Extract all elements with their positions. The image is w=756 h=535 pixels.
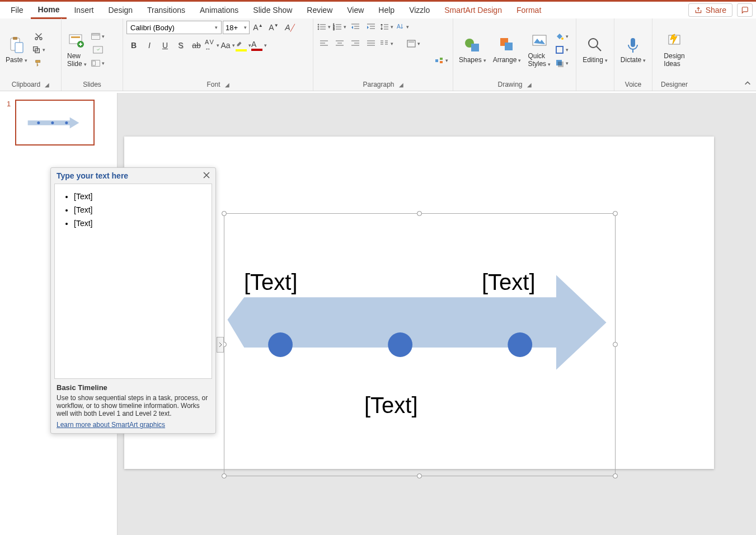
svg-point-76 bbox=[388, 332, 412, 357]
clear-formatting-button[interactable]: A⧸ bbox=[282, 21, 297, 34]
text-pane-item[interactable]: [Text] bbox=[74, 217, 206, 230]
smartart-object[interactable]: [Text] [Text] [Text] bbox=[224, 213, 616, 476]
text-pane-item[interactable]: [Text] bbox=[74, 190, 206, 203]
resize-handle-s[interactable] bbox=[417, 473, 422, 478]
bold-button[interactable]: B bbox=[126, 39, 141, 52]
tab-review[interactable]: Review bbox=[299, 2, 340, 18]
design-ideas-button[interactable]: Design Ideas bbox=[661, 30, 687, 69]
layout-icon bbox=[91, 32, 100, 40]
new-slide-button[interactable]: New Slide bbox=[65, 30, 89, 69]
font-launcher[interactable]: ◢ bbox=[225, 82, 229, 88]
tab-help[interactable]: Help bbox=[371, 2, 402, 18]
copy-button[interactable] bbox=[32, 44, 45, 56]
tab-transitions[interactable]: Transitions bbox=[140, 2, 192, 18]
resize-handle-n[interactable] bbox=[417, 211, 422, 216]
numbering-button[interactable]: 123 bbox=[332, 21, 347, 33]
tab-home[interactable]: Home bbox=[31, 2, 67, 19]
bullets-button[interactable] bbox=[317, 21, 331, 33]
highlight-button[interactable] bbox=[236, 39, 251, 52]
line-spacing-icon bbox=[380, 23, 389, 31]
columns-button[interactable] bbox=[379, 37, 394, 50]
tab-insert[interactable]: Insert bbox=[67, 2, 101, 18]
align-text-button[interactable] bbox=[406, 37, 421, 50]
shrink-font-button[interactable]: A▼ bbox=[266, 21, 281, 34]
svg-point-74 bbox=[65, 121, 68, 124]
cut-button[interactable] bbox=[32, 30, 45, 43]
increase-indent-button[interactable] bbox=[364, 21, 378, 33]
tab-animations[interactable]: Animations bbox=[192, 2, 246, 18]
share-button[interactable]: Share bbox=[688, 3, 732, 17]
learn-more-link[interactable]: Learn more about SmartArt graphics bbox=[57, 421, 165, 429]
editing-button[interactable]: Editing bbox=[580, 34, 610, 65]
svg-point-73 bbox=[51, 121, 54, 124]
shapes-button[interactable]: Shapes bbox=[457, 34, 489, 65]
grow-font-button[interactable]: A▲ bbox=[251, 21, 265, 34]
section-button[interactable] bbox=[91, 57, 105, 69]
paragraph-launcher[interactable]: ◢ bbox=[399, 82, 403, 88]
font-color-button[interactable]: A bbox=[252, 39, 266, 52]
justify-button[interactable] bbox=[364, 37, 378, 50]
reset-button[interactable] bbox=[91, 44, 105, 56]
timeline-text-3[interactable]: [Text] bbox=[364, 393, 418, 418]
text-pane-toggle[interactable] bbox=[217, 337, 224, 353]
svg-rect-70 bbox=[631, 38, 635, 47]
align-left-button[interactable] bbox=[317, 37, 331, 50]
resize-handle-se[interactable] bbox=[613, 473, 618, 478]
change-case-button[interactable]: Aa bbox=[220, 39, 235, 52]
slide-thumbnail-1[interactable] bbox=[15, 100, 95, 146]
font-size-combo[interactable]: 18+▾ bbox=[223, 21, 250, 34]
shape-fill-button[interactable] bbox=[555, 30, 569, 43]
svg-rect-12 bbox=[93, 46, 102, 53]
shape-effects-button[interactable] bbox=[555, 57, 569, 69]
resize-handle-e[interactable] bbox=[613, 342, 618, 347]
align-center-button[interactable] bbox=[332, 37, 347, 50]
convert-smartart-button[interactable] bbox=[434, 54, 449, 67]
smartart-text-pane[interactable]: Type your text here [Text] [Text] [Text]… bbox=[50, 167, 216, 434]
underline-button[interactable]: U bbox=[158, 39, 172, 52]
clipboard-launcher[interactable]: ◢ bbox=[45, 82, 49, 88]
quick-styles-button[interactable]: Quick Styles bbox=[525, 30, 553, 69]
tab-design[interactable]: Design bbox=[101, 2, 140, 18]
tab-file[interactable]: File bbox=[3, 2, 31, 18]
text-direction-button[interactable]: A bbox=[395, 21, 410, 33]
text-pane-list[interactable]: [Text] [Text] [Text] bbox=[54, 184, 212, 379]
collapse-ribbon-button[interactable] bbox=[744, 79, 752, 89]
italic-icon: I bbox=[148, 41, 151, 50]
line-spacing-button[interactable] bbox=[379, 21, 394, 33]
text-pane-close-button[interactable] bbox=[203, 171, 210, 180]
share-icon bbox=[694, 6, 702, 14]
decrease-indent-button[interactable] bbox=[348, 21, 363, 33]
tab-smartart-design[interactable]: SmartArt Design bbox=[437, 2, 509, 18]
close-icon bbox=[203, 172, 210, 179]
italic-button[interactable]: I bbox=[142, 39, 157, 52]
group-label-font: Font bbox=[206, 81, 220, 88]
format-painter-button[interactable] bbox=[32, 57, 45, 69]
find-icon bbox=[586, 36, 604, 54]
tab-view[interactable]: View bbox=[340, 2, 371, 18]
text-direction-icon: A bbox=[396, 23, 405, 31]
timeline-text-2[interactable]: [Text] bbox=[482, 270, 536, 295]
shadow-button[interactable]: S bbox=[173, 39, 188, 52]
comments-button[interactable] bbox=[737, 3, 753, 17]
dictate-button[interactable]: Dictate bbox=[618, 34, 648, 65]
text-pane-item[interactable]: [Text] bbox=[74, 203, 206, 217]
font-name-combo[interactable]: Calibri (Body)▾ bbox=[126, 21, 222, 34]
timeline-arrow-graphic bbox=[224, 214, 615, 476]
strikethrough-button[interactable]: ab bbox=[189, 39, 204, 52]
align-right-icon bbox=[351, 40, 360, 48]
resize-handle-sw[interactable] bbox=[222, 473, 227, 478]
drawing-launcher[interactable]: ◢ bbox=[527, 82, 532, 88]
layout-button[interactable] bbox=[91, 30, 105, 43]
align-right-button[interactable] bbox=[348, 37, 363, 50]
paste-button[interactable]: Paste bbox=[3, 34, 30, 65]
arrange-button[interactable]: Arrange bbox=[491, 34, 524, 65]
timeline-text-1[interactable]: [Text] bbox=[244, 270, 298, 295]
tab-slideshow[interactable]: Slide Show bbox=[246, 2, 299, 18]
resize-handle-nw[interactable] bbox=[222, 211, 227, 216]
cut-icon bbox=[34, 32, 43, 41]
tab-vizzlo[interactable]: Vizzlo bbox=[402, 2, 437, 18]
char-spacing-button[interactable]: AV↔ bbox=[205, 39, 219, 52]
resize-handle-ne[interactable] bbox=[613, 211, 618, 216]
tab-format[interactable]: Format bbox=[509, 2, 548, 18]
shape-outline-button[interactable] bbox=[555, 44, 569, 56]
